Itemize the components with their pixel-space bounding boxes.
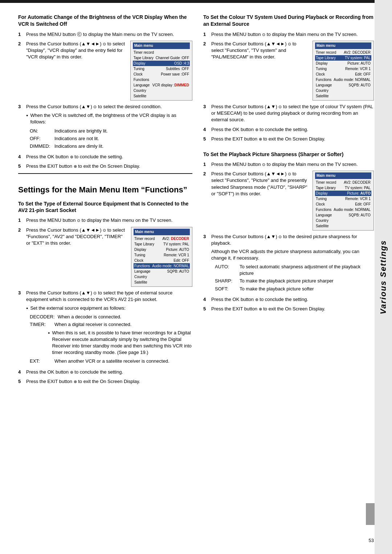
lv-value: Indications are not lit.	[54, 135, 99, 142]
step-item: 2 Press the Cursor buttons (▲▼◄►) ⊙ to s…	[18, 41, 192, 101]
lv-row: SOFT: To make the playback picture softe…	[215, 286, 374, 292]
lv-row: DIMMED: Indications are dimly lit.	[30, 143, 192, 150]
step-content: Press the Cursor buttons (▲▼) ⊙ to selec…	[26, 290, 192, 366]
section-external-source: To Set the Type of External Source Equip…	[18, 200, 192, 385]
step-content: Press the MENU button ⊙ to display the M…	[26, 217, 192, 224]
step-content: Press the OK button ⊛ to conclude the se…	[26, 154, 192, 160]
brightness-steps: 1 Press the MENU button ⓒ to display the…	[18, 31, 192, 170]
step-bullets: Set the external source equipment as fol…	[26, 305, 192, 311]
vertical-label: Various Settings	[375, 0, 392, 554]
step-content: Press the Cursor buttons (▲▼◄►) ⊙ to sel…	[26, 41, 192, 101]
step-item: 2 Press the Cursor buttons (▲▼◄►) ⊙ to s…	[203, 41, 374, 101]
sharpness-options: AUTO: To select automatic sharpness adju…	[215, 264, 374, 292]
gray-block	[366, 503, 375, 525]
menu-row: DisplayPicture: AUTO	[315, 61, 371, 66]
step-item: 3 Press the Cursor buttons (▲▼) ⊙ to sel…	[18, 103, 192, 151]
step-number: 2	[203, 171, 208, 231]
step-item: 3 Press the Cursor buttons (▲▼) ⊙ to sel…	[203, 103, 374, 123]
step-number: 5	[203, 136, 208, 142]
step-item: 4 Press the OK button ⊛ to conclude the …	[203, 126, 374, 133]
step-number: 1	[18, 217, 23, 224]
menu-row: TuningSubtitles :OFF	[133, 66, 190, 72]
step-number: 4	[203, 296, 208, 303]
menu-row: TuningRemote: VCR 1	[134, 252, 190, 258]
lv-label: ON:	[30, 128, 52, 134]
lv-row: SHARP: To make the playback picture pict…	[215, 278, 374, 284]
external-source-steps: 1 Press the MENU button ⊙ to display the…	[18, 217, 192, 384]
step-item: 4 Press the OK button ⊛ to conclude the …	[18, 154, 192, 160]
step-text: Press the Cursor buttons (▲▼◄►) ⊙ to sel…	[211, 171, 308, 197]
menu-row: ClockEdit: OFF	[315, 201, 371, 207]
step-item: 5 Press the EXIT button ⊗ to exit the On…	[18, 378, 192, 385]
lv-label: OFF:	[30, 135, 52, 142]
step-text-pre: Press the Cursor buttons (▲▼◄►) ⊙ to sel…	[211, 41, 297, 60]
step-number: 5	[203, 306, 208, 312]
step-text: Press the OK button ⊛ to conclude the se…	[211, 127, 308, 132]
step-content: Press the Cursor buttons (▲▼◄►) ⊙ to sel…	[211, 41, 374, 101]
menu-row: FunctionsAudio mode: NORMAL	[315, 207, 371, 212]
step-content: Press the Cursor buttons (▲▼) ⊙ to selec…	[211, 103, 374, 123]
menu-row: Satellite	[315, 223, 371, 229]
step-text: Press the MENU button ⊙ to display the M…	[26, 217, 172, 223]
step-number: 4	[18, 369, 23, 375]
step-text: Press the MENU button ⊙ to display the M…	[211, 162, 358, 167]
step-text: Press the MENU button ⓒ to display the M…	[26, 32, 174, 37]
right-column: To Set the Colour TV System Used During …	[203, 14, 374, 388]
divider	[18, 173, 192, 174]
sharpness-steps: 1 Press the MENU button ⊙ to display the…	[203, 161, 374, 312]
menu-header: Main menu	[315, 42, 371, 49]
step-item: 2 Press the Cursor buttons (▲▼◄►) ⊙ to s…	[203, 171, 374, 231]
step-content: Press the OK button ⊛ to conclude the se…	[211, 126, 374, 133]
menu-display-functions: Main menu Timer recordAV2: DECODER Tape …	[131, 227, 192, 287]
decoder-list: DECODER: When a decoder is connected. TI…	[30, 314, 192, 328]
menu-row: Timer record	[133, 50, 190, 55]
step-number: 3	[18, 290, 23, 366]
step-content: Press the MENU button ⊙ to display the M…	[211, 161, 374, 168]
menu-row: FunctionsAudio mode: NORMAL	[315, 77, 371, 82]
step-with-menu: Press the Cursor buttons (▲▼◄►) ⊙ to sel…	[211, 41, 374, 101]
step-item: 1 Press the MENU button ⓒ to display the…	[18, 31, 192, 38]
menu-row: LanguageSQPB: AUTO	[315, 82, 371, 88]
lv-row: TIMER: When a digital receiver is connec…	[30, 321, 192, 328]
section-colour-tv: To Set the Colour TV System Used During …	[203, 14, 374, 142]
lv-label: DECODER:	[30, 314, 55, 320]
menu-header: Main menu	[315, 172, 371, 179]
step-text: Press the Cursor buttons (▲▼◄►) ⊙ to sel…	[211, 41, 308, 61]
lv-row: ON: Indications are brightly lit.	[30, 128, 192, 134]
ext-row: EXT: When another VCR or a satellite rec…	[30, 358, 192, 364]
section-brightness: For Automatic Change of the Brightness o…	[18, 14, 192, 170]
lv-label: SOFT:	[215, 286, 237, 292]
lv-label: AUTO:	[215, 264, 237, 277]
menu-row: Timer recordAV2: DECODER	[315, 180, 371, 185]
menu-row: Country	[134, 274, 190, 280]
menu-row: TuningRemote: VCR 1	[315, 66, 371, 72]
step-number: 1	[203, 161, 208, 168]
menu-row: ClockEdit: OFF	[134, 258, 190, 263]
step-content: Press the MENU button ⓒ to display the M…	[26, 31, 192, 38]
bullet-item: When the VCR is switched off, the bright…	[26, 112, 192, 125]
step-content: Press the MENU button ⊙ to display the M…	[211, 31, 374, 38]
step-text: Press the OK button ⊛ to conclude the se…	[211, 297, 308, 302]
step-text: Press the EXIT button ⊗ to exit the On S…	[211, 306, 325, 311]
menu-header: Main menu	[134, 229, 190, 235]
lv-label: EXT:	[30, 358, 52, 364]
step-text-pre: Press the Cursor buttons (▲▼◄►) ⊙ to sel…	[211, 171, 307, 196]
step-item: 3 Press the Cursor buttons (▲▼) ⊙ to the…	[203, 233, 374, 293]
step-bullets: When the VCR is switched off, the bright…	[26, 112, 192, 125]
menu-row: Country	[315, 88, 371, 93]
left-column: For Automatic Change of the Brightness o…	[18, 14, 192, 388]
lv-label: TIMER:	[30, 321, 52, 328]
lv-value: Indications are dimly lit.	[54, 143, 103, 150]
menu-row: LanguageSQPB: AUTO	[134, 269, 190, 274]
menu-row: Functions	[133, 77, 190, 82]
menu-row: DisplayPicture: AUTO	[134, 247, 190, 252]
menu-row: Satellite	[315, 93, 371, 99]
menu-row: FunctionsAudio mode: NORMAL	[134, 263, 190, 269]
menu-row: LanguageSQPB: AUTO	[315, 212, 371, 218]
page-content: For Automatic Change of the Brightness o…	[0, 3, 392, 410]
step-item: 1 Press the MENU button ⊙ to display the…	[18, 217, 192, 224]
menu-row: TuningRemote: VCR 1	[315, 196, 371, 201]
lv-label: SHARP:	[215, 278, 237, 284]
step-with-menu: Press the Cursor buttons (▲▼◄►) ⊙ to sel…	[26, 41, 192, 101]
step-content: Press the Cursor buttons (▲▼◄►) ⊙ to sel…	[211, 171, 374, 231]
